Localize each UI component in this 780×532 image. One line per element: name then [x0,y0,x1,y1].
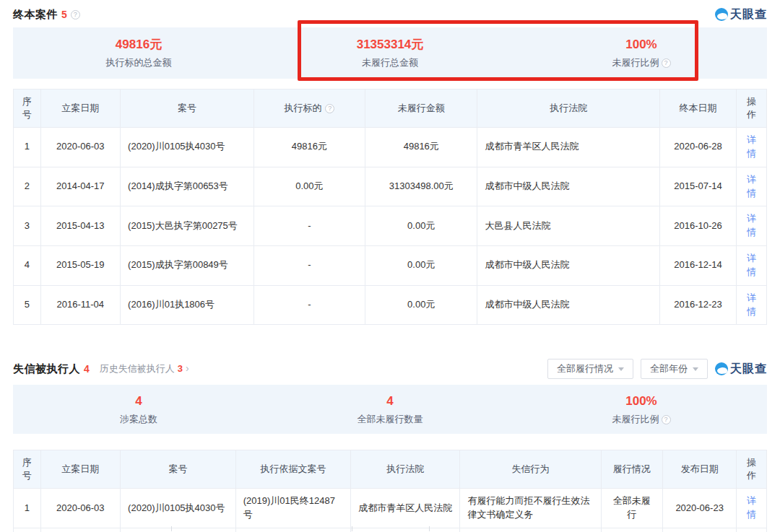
table-cell: (2016)川01执1806号 [121,285,254,325]
column-header: 执行依据文案号 [235,450,351,489]
column-header: 序号 [14,450,41,489]
action-cell: 详情 [737,167,767,206]
stat-total-target-amount: 49816元 执行标的总金额 [13,37,264,69]
stat-label: 执行标的总金额 [13,56,264,69]
divider-tick [352,526,352,531]
action-cell: 详情 [737,285,767,325]
tianyancha-logo: 天眼查 [715,7,767,22]
table-row: 52016-11-04(2016)川01执1806号-0.00元成都市中级人民法… [14,285,767,325]
table-cell: 5 [14,285,41,325]
table-row: 12020-06-03(2020)川0105执4030号49816元49816元… [14,128,767,167]
table-cell: - [254,206,365,246]
table-cell: 2014-04-17 [40,167,121,206]
table-cell: 成都市中级人民法院 [477,285,659,325]
tianyancha-logo: 天眼查 [715,362,767,377]
stat-label: 未履行比例? [516,56,767,69]
detail-link[interactable]: 详情 [747,174,756,199]
table-cell: (2015)大邑执字第00275号 [121,206,254,246]
divider-tick [171,526,172,531]
column-header: 发布日期 [663,450,737,489]
history-shixin-link[interactable]: 历史失信被执行人3› [100,362,189,375]
stat-unfulfilled-ratio: 100% 未履行比例? [516,393,767,426]
table-cell: 2016-12-23 [659,285,736,325]
shixin-section-header: 失信被执行人 4 历史失信被执行人3› 全部履行情况 全部年份 天眼查 [13,359,767,379]
stat-value: 4 [13,393,264,409]
chevron-right-icon: › [186,362,189,374]
stat-unfulfilled-ratio: 100% 未履行比例? [516,37,767,69]
column-header: 立案日期 [40,450,121,489]
detail-link[interactable]: 详情 [747,495,756,520]
table-cell: - [254,285,365,325]
table-cell: 4 [14,246,41,286]
table-row: 32015-04-13(2015)大邑执字第00275号-0.00元大邑县人民法… [14,206,767,246]
shixin-table: 序号立案日期案号执行依据文案号执行法院失信行为履行情况发布日期操作12020-0… [13,450,767,532]
table-cell: (2018)川0106执恢179号 [121,528,236,532]
column-header: 序号 [14,90,41,128]
table-row: 12020-06-03(2020)川0105执4030号(2019)川01民终1… [14,489,767,528]
table-cell: 成都市青羊区人民法院 [351,489,460,528]
table-row: 22014-04-17(2014)成执字第00653号0.00元31303498… [14,167,767,206]
help-icon[interactable]: ? [71,10,80,19]
tianyancha-logo-text: 天眼查 [730,362,767,377]
table-row: 22018-03-15(2018)川0106执恢179号(2014)川国公证执字… [14,528,767,532]
table-cell: 2018-03-21 [663,528,737,532]
tianyancha-logo-icon [715,362,728,375]
table-cell: 成都市中级人民法院 [477,246,659,286]
column-header: 立案日期 [40,90,121,128]
filter-year-dropdown[interactable]: 全部年份 [641,359,708,379]
table-cell: 全部未履行 [601,489,663,528]
column-header: 执行法院 [351,450,460,489]
filter-performance-dropdown[interactable]: 全部履行情况 [547,359,633,379]
help-icon[interactable]: ? [662,415,671,424]
table-cell: (2020)川0105执4030号 [121,489,236,528]
table-cell: 49816元 [254,128,365,167]
stat-label: 未履行总金额 [264,56,516,69]
table-cell: 2 [14,167,41,206]
stat-label: 涉案总数 [13,413,264,426]
action-cell: 详情 [737,206,767,246]
table-row: 42015-05-19(2015)成执字第00849号-0.00元成都市中级人民… [14,246,767,286]
detail-link[interactable]: 详情 [747,213,756,237]
table-cell: (2014)川国公证执字第197号 [235,528,351,532]
table-cell: 2020-06-23 [663,489,737,528]
column-header: 终本日期 [659,90,736,128]
table-cell: 2015-07-14 [659,167,736,206]
stat-value: 100% [516,37,767,53]
table-cell: - [254,246,365,286]
help-icon[interactable]: ? [325,104,334,113]
table-cell: 2016-10-26 [659,206,736,246]
action-cell: 详情 [737,128,767,167]
table-cell: (2019)川01民终12487号 [235,489,351,528]
table-cell: 成都市金牛区人民法院 [351,528,460,532]
action-cell: 详情 [737,246,767,286]
table-cell: 49816元 [365,128,477,167]
detail-link[interactable]: 详情 [747,253,756,277]
help-icon[interactable]: ? [662,58,671,68]
detail-link[interactable]: 详情 [747,292,756,317]
shixin-stats-band: 4 涉案总数 4 全部未履行数量 100% 未履行比例? [13,385,767,434]
stat-value: 31353314元 [264,37,516,53]
history-shixin-count: 3 [178,363,183,374]
table-cell: 1 [14,128,41,167]
legal-risk-page: 终本案件 5 ? 天眼查 49816元 执行标的总金额 31353314元 未履… [0,0,780,532]
column-header: 失信行为 [460,450,601,489]
table-cell: 2020-06-03 [40,128,121,167]
tianyancha-logo-icon [715,8,728,21]
stat-value: 49816元 [13,37,264,53]
stat-all-unfulfilled-count: 4 全部未履行数量 [264,393,516,426]
table-cell: (2015)成执字第00849号 [121,246,254,286]
table-cell: 0.00元 [365,206,477,246]
stat-value: 4 [264,393,516,409]
table-cell: 2020-06-28 [659,128,736,167]
table-cell: 0.00元 [365,246,477,286]
table-cell: 2016-12-14 [659,246,736,286]
zhongben-title: 终本案件 [13,8,58,22]
action-cell: 详情 [737,489,767,528]
table-cell: 0.00元 [254,167,365,206]
column-header: 未履行金额 [365,90,477,128]
detail-link[interactable]: 详情 [747,134,756,159]
table-cell: 成都市青羊区人民法院 [477,128,659,167]
stat-total-cases: 4 涉案总数 [13,393,264,426]
stat-unfulfilled-amount: 31353314元 未履行总金额 [264,37,516,69]
column-header: 案号 [121,90,254,128]
